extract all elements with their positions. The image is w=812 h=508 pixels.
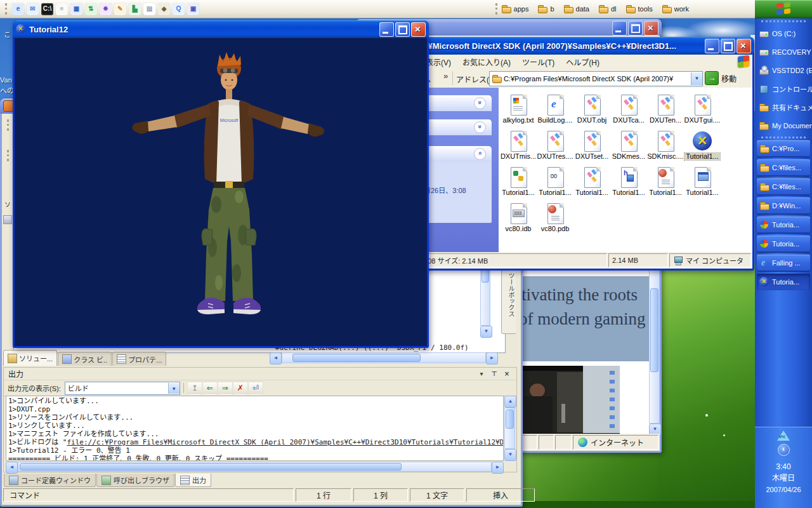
maximize-button[interactable] bbox=[628, 21, 643, 36]
toolbar-overflow-chevron[interactable]: » bbox=[443, 71, 448, 81]
file-item[interactable]: DXUTca... bbox=[610, 93, 647, 129]
compose-icon[interactable]: ✎ bbox=[114, 3, 126, 15]
go-button[interactable]: → 移動 bbox=[705, 71, 737, 85]
output-hscrollbar[interactable]: ◄ ► bbox=[6, 462, 504, 472]
minimize-button[interactable] bbox=[379, 22, 394, 37]
panel-tab[interactable]: 出力 bbox=[175, 474, 211, 487]
file-item[interactable]: BuildLog.... bbox=[537, 93, 573, 129]
document-icon[interactable]: ▤ bbox=[143, 3, 155, 15]
quicktime-icon[interactable]: Q bbox=[173, 3, 185, 15]
prev-message-icon[interactable]: ⇐ bbox=[203, 382, 217, 395]
file-item[interactable]: Tutorial1... bbox=[500, 165, 537, 201]
minimize-button[interactable] bbox=[612, 21, 627, 36]
vs-toolbar-icon[interactable] bbox=[3, 215, 12, 224]
scroll-down-icon[interactable]: ▼ bbox=[480, 326, 492, 338]
tool-window-tab[interactable]: クラス ビ.. bbox=[58, 352, 112, 366]
file-item[interactable]: Tutorial1... bbox=[610, 165, 647, 201]
taskbar-window-button[interactable]: C:¥files... bbox=[757, 159, 810, 176]
toolbar-grip[interactable] bbox=[5, 3, 7, 15]
file-item[interactable]: DXUTres.... bbox=[537, 129, 573, 165]
start-button[interactable] bbox=[755, 0, 812, 18]
maximize-button[interactable] bbox=[395, 22, 410, 37]
tool-window-tab[interactable]: プロパテ... bbox=[112, 352, 166, 366]
editor-hscrollbar[interactable]: ◄ ► bbox=[270, 352, 498, 363]
close-button[interactable] bbox=[411, 22, 426, 37]
desktop-toolbar-item[interactable]: OS (C:) bbox=[755, 24, 812, 43]
desktop-toolbar-item[interactable]: RECOVERY bbox=[755, 43, 812, 61]
file-item[interactable]: vc80.idb bbox=[500, 201, 537, 237]
taskbar-window-button[interactable]: D:¥Win... bbox=[757, 197, 810, 214]
output-text[interactable]: 1>コンパイルしています...1>DXUT.cpp1>リソースをコンパイルしてい… bbox=[6, 396, 504, 461]
tutorial12-titlebar[interactable]: Tutorial12 bbox=[13, 20, 429, 38]
toolbar-folder-apps[interactable]: apps bbox=[501, 4, 529, 14]
toolbar-folder-b[interactable]: b bbox=[537, 4, 554, 14]
scrollbar-thumb[interactable] bbox=[506, 410, 514, 429]
tool-window-tab[interactable]: ソリュー... bbox=[3, 350, 57, 366]
build-log-link[interactable]: file://c:¥Program Files¥Microsoft Direct… bbox=[67, 438, 504, 446]
scrollbar-thumb[interactable] bbox=[650, 288, 658, 372]
goto-message-icon[interactable]: ↥ bbox=[188, 382, 202, 395]
toolbar-grip[interactable] bbox=[495, 3, 497, 15]
toolbar-folder-tools[interactable]: tools bbox=[625, 4, 653, 14]
file-item[interactable]: DXUTgui.... bbox=[684, 93, 721, 129]
taskbar-window-button[interactable]: Tutoria... bbox=[757, 274, 810, 290]
chart-icon[interactable]: ▙ bbox=[129, 3, 141, 15]
panel-tab[interactable]: 呼び出しブラウザ bbox=[96, 474, 174, 487]
file-item[interactable]: Tutorial1... bbox=[684, 165, 721, 201]
chevron-double-down-icon[interactable]: » bbox=[474, 121, 486, 133]
close-button[interactable] bbox=[737, 39, 751, 53]
file-item[interactable]: DXUT.obj bbox=[573, 93, 610, 129]
file-item[interactable]: DXUTset... bbox=[573, 129, 610, 165]
file-item[interactable]: Tutorial1... bbox=[647, 165, 684, 201]
taskbar-window-button[interactable]: Tutoria... bbox=[757, 217, 810, 233]
film-icon[interactable]: ▣ bbox=[187, 3, 199, 15]
chevron-down-icon[interactable]: ▼ bbox=[168, 383, 180, 394]
file-item[interactable]: Tutorial1... bbox=[684, 129, 721, 165]
chevron-double-up-icon[interactable]: » bbox=[474, 148, 486, 160]
output-header[interactable]: 出力 ▾⊤× bbox=[4, 368, 516, 380]
desktop-toolbar-item[interactable]: VSSTDD2 (E bbox=[755, 61, 812, 79]
file-item[interactable]: DXUTmis... bbox=[500, 129, 537, 165]
notepad-icon[interactable]: ≡ bbox=[56, 3, 68, 15]
d3d-viewport[interactable]: Microsoft bbox=[15, 38, 427, 346]
chevron-double-down-icon[interactable]: » bbox=[474, 97, 486, 109]
ie-icon[interactable]: e bbox=[12, 3, 24, 15]
desktop-toolbar-item[interactable]: 共有ドキュメン bbox=[755, 98, 812, 116]
outlook-express-icon[interactable]: ✉ bbox=[27, 3, 39, 15]
toolbar-folder-work[interactable]: work bbox=[662, 4, 689, 14]
toolbar-grip[interactable] bbox=[761, 20, 806, 22]
ftp-icon[interactable]: ⇅ bbox=[85, 3, 97, 15]
taskbar-window-button[interactable]: C:¥files... bbox=[757, 178, 810, 195]
taskbar-window-button[interactable]: Falling ... bbox=[757, 255, 810, 271]
close-icon[interactable]: × bbox=[502, 369, 512, 378]
toolbar-folder-dl[interactable]: dl bbox=[598, 4, 617, 14]
menu-item[interactable]: ツール(T) bbox=[522, 57, 554, 67]
file-item[interactable]: SDKmisc.... bbox=[647, 129, 684, 165]
window-menu-icon[interactable]: ▾ bbox=[476, 369, 487, 378]
desktop-toolbar-item[interactable]: コントロール パ bbox=[755, 79, 812, 98]
word-wrap-icon[interactable]: ⏎ bbox=[249, 382, 263, 395]
calendar-icon[interactable]: ▦ bbox=[70, 3, 82, 15]
clear-all-icon[interactable]: ✗ bbox=[233, 382, 247, 395]
command-prompt-icon[interactable]: C:\ bbox=[41, 3, 53, 15]
menu-item[interactable]: お気に入り(A) bbox=[462, 57, 511, 67]
auto-hide-pin-icon[interactable]: ⊤ bbox=[489, 369, 499, 378]
taskbar-window-button[interactable]: Tutoria... bbox=[757, 236, 810, 252]
scroll-right-icon[interactable]: ► bbox=[492, 462, 504, 474]
scroll-right-icon[interactable]: ► bbox=[486, 352, 498, 364]
file-item[interactable]: Tutorial1... bbox=[537, 165, 573, 201]
minimize-button[interactable] bbox=[705, 39, 719, 53]
toolbar-grip[interactable] bbox=[761, 137, 806, 138]
panel-tab[interactable]: コード定義ウィンドウ bbox=[4, 474, 96, 487]
output-scrollbar[interactable]: ▲ ▼ bbox=[504, 396, 515, 461]
file-item[interactable]: Tutorial1... bbox=[573, 165, 610, 201]
vtc-tray-icon[interactable] bbox=[777, 431, 790, 441]
file-item[interactable]: DXUTen... bbox=[647, 93, 684, 129]
file-item[interactable]: vc80.pdb bbox=[537, 201, 573, 237]
file-item[interactable]: SDKmes... bbox=[610, 129, 647, 165]
desktop-toolbar-item[interactable]: My Documen bbox=[755, 116, 812, 135]
maximize-button[interactable] bbox=[721, 39, 735, 53]
menu-item[interactable]: ヘルプ(H) bbox=[566, 57, 599, 67]
gallery-icon[interactable]: ✸ bbox=[100, 3, 112, 15]
taskbar-window-button[interactable]: C:¥Pro... bbox=[757, 140, 810, 157]
